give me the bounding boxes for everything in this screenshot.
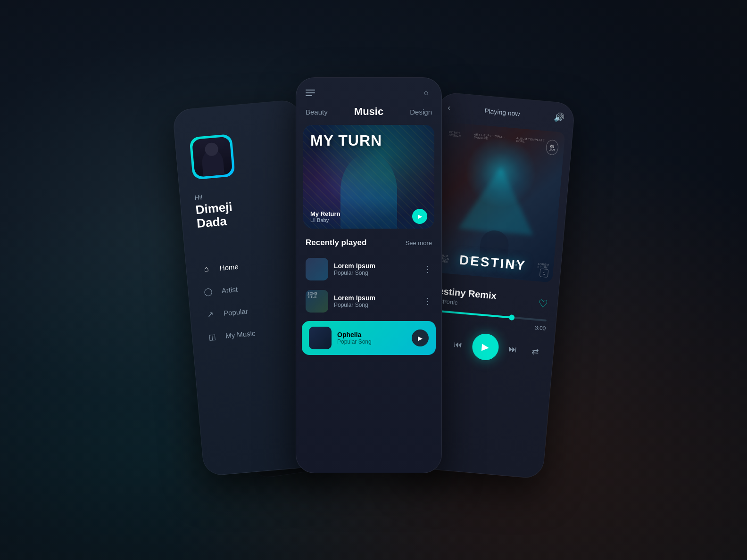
album-title-overlay: MY TURN	[310, 132, 382, 149]
avatar	[189, 134, 235, 180]
nav-label-mymusic: My Music	[225, 329, 256, 339]
see-more-button[interactable]: See more	[406, 239, 432, 247]
album-cover-bg: POTIFY DESIGN ART HELP PEOPLE · SANNINE …	[431, 122, 565, 282]
song-info-1: Lorem Ipsum Popular Song	[334, 262, 418, 276]
next-button[interactable]: ⏭	[504, 340, 522, 359]
phones-container: Beauty ············ SONG TITLE	[168, 82, 579, 478]
tab-beauty[interactable]: Beauty	[306, 108, 328, 116]
phone-middle: ○ Beauty Music Design MY TURN My Return …	[296, 77, 442, 473]
album-triangle	[458, 163, 539, 235]
nav-label-home: Home	[219, 262, 239, 272]
album-date-month: JAN	[549, 148, 555, 151]
tabs-row: Beauty Music Design	[296, 103, 441, 125]
song-thumb-2	[306, 290, 328, 313]
album-small-2: ART HELP PEOPLE · SANNINE	[473, 133, 511, 151]
song-title-2: Lorem Ipsum	[334, 294, 418, 302]
active-song-info: Ophella Popular Song	[337, 331, 406, 345]
tab-design[interactable]: Design	[410, 108, 432, 116]
active-song-subtitle: Popular Song	[337, 338, 406, 345]
album-cover: POTIFY DESIGN ART HELP PEOPLE · SANNINE …	[431, 122, 565, 282]
song-thumb-1	[306, 258, 328, 280]
hamburger-icon[interactable]	[306, 90, 315, 96]
nav-label-popular: Popular	[223, 307, 248, 317]
popular-icon: ↗	[204, 308, 216, 320]
active-play-button[interactable]: ▶	[412, 329, 429, 346]
song-item-2[interactable]: Lorem Ipsum Popular Song ⋮	[296, 285, 441, 317]
featured-card[interactable]: MY TURN My Return Lil Baby ▶	[303, 125, 434, 229]
album-label-2: LOREMIPSUM	[506, 260, 519, 275]
now-playing-title: Playing now	[484, 107, 521, 118]
mymusic-icon: ◫	[206, 330, 218, 343]
featured-play-button[interactable]: ▶	[412, 209, 427, 224]
song-subtitle-1: Popular Song	[334, 270, 418, 276]
back-button[interactable]: ‹	[447, 103, 451, 113]
middle-header: ○	[296, 78, 441, 103]
featured-song-info: My Return Lil Baby	[310, 210, 340, 223]
active-song-title: Ophella	[337, 331, 406, 338]
album-num-badge: 1	[540, 268, 549, 278]
play-pause-button[interactable]: ▶	[471, 333, 500, 362]
artist-icon: ◯	[202, 286, 215, 298]
more-options-2[interactable]: ⋮	[423, 296, 432, 306]
featured-controls: My Return Lil Baby ▶	[310, 209, 427, 224]
search-icon[interactable]: ○	[421, 87, 432, 99]
song-subtitle-2: Popular Song	[334, 302, 418, 308]
tab-music[interactable]: Music	[354, 106, 383, 118]
shuffle-button[interactable]: ⇄	[526, 342, 545, 361]
featured-song-name: My Return	[310, 210, 340, 217]
song-item-1[interactable]: Lorem Ipsum Popular Song ⋮	[296, 253, 441, 285]
song-info-2: Lorem Ipsum Popular Song	[334, 294, 418, 308]
favorite-button[interactable]: ♡	[538, 297, 548, 311]
recently-played-header: Recently played See more	[296, 238, 441, 253]
profile-section: Hi! DimejiDada	[173, 99, 312, 259]
album-small-3: ALBUM TEMPLATE CONL	[515, 137, 547, 154]
album-badge-num: 1	[543, 271, 545, 275]
album-label-new: NEW ARTISS	[467, 256, 488, 272]
album-date-badge: 25 JAN	[545, 140, 559, 156]
active-song-item[interactable]: Ophella Popular Song ▶	[302, 321, 436, 355]
more-options-1[interactable]: ⋮	[423, 264, 432, 274]
album-label-3: LOREMIPSUM	[538, 263, 549, 269]
prev-button[interactable]: ⏮	[449, 335, 467, 354]
time-total: 3:00	[534, 324, 546, 332]
recently-played-title: Recently played	[306, 238, 366, 247]
active-song-thumb	[309, 327, 332, 349]
song-title-1: Lorem Ipsum	[334, 262, 418, 270]
featured-artist-name: Lil Baby	[310, 217, 340, 223]
home-icon: ⌂	[200, 263, 213, 275]
featured-bg: MY TURN My Return Lil Baby ▶	[303, 125, 434, 229]
album-small-1: POTIFY DESIGN	[448, 131, 468, 148]
volume-icon[interactable]: 🔊	[554, 112, 565, 123]
nav-label-artist: Artist	[221, 285, 238, 295]
avatar-silhouette	[192, 136, 233, 177]
